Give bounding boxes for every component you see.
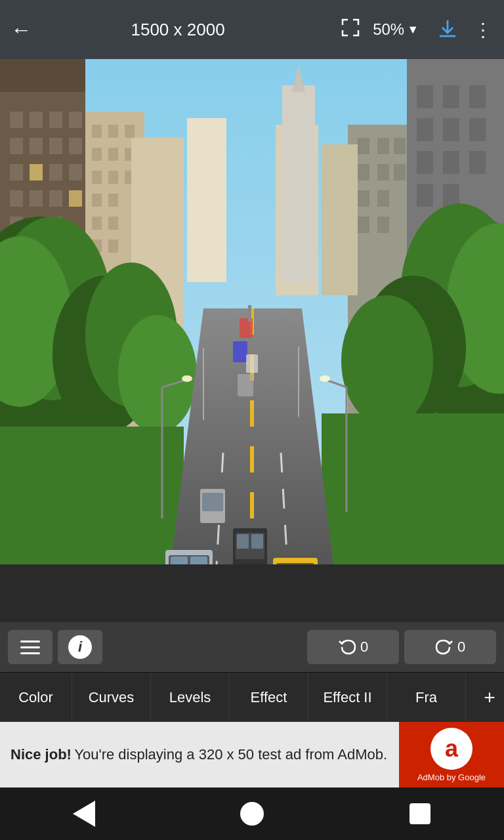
svg-rect-39 — [108, 217, 118, 230]
svg-rect-68 — [322, 144, 358, 295]
ad-title: Nice job! — [10, 746, 72, 763]
svg-rect-28 — [108, 125, 118, 138]
admob-logo-circle: a — [430, 728, 472, 770]
menu-icon — [20, 640, 40, 654]
svg-point-82 — [341, 295, 433, 427]
filter-tabs: Color Curves Levels Effect Effect II Fra… — [0, 672, 504, 722]
svg-rect-25 — [69, 190, 82, 207]
svg-rect-100 — [171, 556, 188, 564]
ad-body: You're displaying a 320 x 50 test ad fro… — [74, 746, 387, 763]
svg-rect-61 — [358, 190, 369, 207]
svg-rect-62 — [377, 190, 389, 207]
svg-rect-7 — [30, 112, 43, 128]
svg-rect-41 — [108, 240, 118, 253]
svg-rect-52 — [417, 184, 433, 207]
tab-curves[interactable]: Curves — [72, 673, 151, 723]
svg-rect-9 — [69, 112, 82, 128]
svg-rect-51 — [469, 151, 486, 174]
tab-effect[interactable]: Effect — [230, 673, 308, 723]
svg-rect-37 — [108, 194, 118, 207]
svg-rect-8 — [49, 112, 62, 128]
menu-button[interactable] — [8, 630, 52, 664]
svg-rect-56 — [377, 138, 389, 154]
svg-rect-93 — [276, 563, 314, 564]
tool-bar: i 0 0 — [0, 622, 504, 672]
svg-rect-83 — [322, 413, 504, 564]
svg-rect-47 — [443, 118, 459, 141]
svg-rect-16 — [49, 164, 62, 180]
svg-point-112 — [182, 375, 192, 382]
svg-rect-124 — [248, 305, 251, 322]
svg-rect-24 — [30, 164, 43, 180]
svg-rect-13 — [69, 138, 82, 154]
svg-rect-106 — [237, 534, 249, 549]
svg-rect-12 — [49, 138, 62, 154]
svg-rect-50 — [443, 151, 459, 174]
svg-rect-46 — [417, 118, 433, 141]
image-area — [0, 59, 504, 622]
svg-rect-14 — [10, 164, 23, 180]
undo-icon — [338, 638, 356, 656]
tab-effect2[interactable]: Effect II — [308, 673, 387, 723]
svg-point-115 — [320, 375, 330, 382]
redo-button[interactable]: 0 — [404, 630, 496, 664]
add-filter-button[interactable]: + — [466, 673, 504, 723]
nav-recent-button[interactable] — [400, 794, 440, 833]
svg-rect-64 — [377, 217, 389, 233]
filter-tabs-scroll: Color Curves Levels Effect Effect II Fra… — [0, 673, 504, 723]
zoom-value: 50% — [373, 20, 404, 39]
svg-rect-44 — [443, 85, 459, 108]
svg-rect-49 — [417, 151, 433, 174]
ad-logo[interactable]: a AdMob by Google — [399, 722, 504, 788]
svg-rect-6 — [10, 112, 23, 128]
svg-rect-33 — [92, 171, 102, 184]
svg-rect-10 — [10, 138, 23, 154]
svg-rect-34 — [108, 171, 118, 184]
nav-home-button[interactable] — [232, 794, 272, 833]
undo-count: 0 — [360, 639, 368, 656]
image-dimensions: 1500 x 2000 — [16, 20, 340, 40]
svg-rect-53 — [443, 184, 459, 207]
svg-rect-11 — [30, 138, 43, 154]
svg-rect-45 — [469, 85, 486, 108]
tab-levels[interactable]: Levels — [151, 673, 230, 723]
svg-rect-48 — [469, 118, 486, 141]
svg-rect-77 — [0, 427, 184, 564]
svg-rect-59 — [377, 164, 389, 180]
zoom-selector[interactable]: 50% ▼ — [373, 20, 419, 39]
redo-count: 0 — [457, 639, 465, 656]
svg-rect-66 — [187, 118, 226, 282]
svg-rect-20 — [49, 190, 62, 207]
fullscreen-button[interactable] — [340, 17, 361, 43]
info-button[interactable]: i — [58, 630, 102, 664]
svg-rect-27 — [92, 125, 102, 138]
svg-rect-60 — [394, 164, 406, 180]
svg-rect-58 — [358, 164, 369, 180]
redo-icon — [435, 638, 453, 656]
tab-color[interactable]: Color — [0, 673, 72, 723]
svg-rect-107 — [251, 534, 263, 549]
svg-rect-30 — [92, 148, 102, 161]
svg-point-76 — [118, 315, 197, 433]
svg-rect-101 — [190, 556, 207, 564]
undo-button[interactable]: 0 — [307, 630, 399, 664]
bottom-nav — [0, 788, 504, 840]
svg-rect-29 — [125, 125, 135, 138]
svg-rect-18 — [10, 190, 23, 207]
admob-logo-text: AdMob by Google — [417, 772, 486, 782]
svg-rect-31 — [108, 148, 118, 161]
info-icon: i — [68, 635, 92, 659]
svg-rect-89 — [233, 341, 247, 362]
top-bar-actions: 50% ▼ ⋮ — [340, 16, 494, 43]
svg-rect-17 — [69, 164, 82, 180]
svg-rect-63 — [358, 217, 369, 233]
nav-back-button[interactable] — [64, 794, 104, 833]
download-button[interactable] — [436, 16, 459, 43]
svg-rect-36 — [92, 194, 102, 207]
tab-fra[interactable]: Fra — [387, 673, 466, 723]
more-button[interactable]: ⋮ — [474, 19, 494, 41]
home-nav-icon — [240, 802, 264, 826]
svg-rect-69 — [282, 85, 315, 282]
city-image — [0, 59, 504, 564]
svg-rect-55 — [358, 138, 369, 154]
